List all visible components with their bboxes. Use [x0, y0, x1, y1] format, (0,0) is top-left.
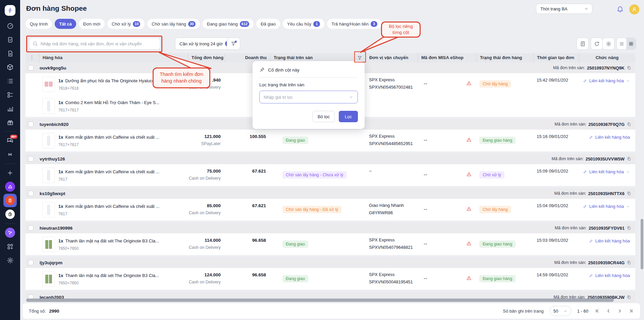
orders-icon[interactable] [3, 33, 17, 46]
row-checkbox[interactable] [28, 156, 34, 162]
warning-icon[interactable] [466, 81, 472, 86]
warning-icon[interactable] [466, 275, 472, 281]
last-page-button[interactable] [629, 308, 634, 314]
tab-cho-san-lay-hang[interactable]: Chờ sàn lấy hàng30 [147, 19, 200, 29]
col-don-vi-van-chuyen[interactable]: Đơn vị vận chuyển [366, 53, 418, 62]
channel-tiktok[interactable] [3, 208, 17, 221]
column-settings-button[interactable] [602, 38, 614, 50]
warning-icon[interactable] [466, 241, 472, 246]
export-report-button[interactable] [577, 38, 589, 50]
copy-icon[interactable] [627, 65, 631, 70]
app-logo-icon[interactable] [5, 5, 15, 16]
settings-gear-icon[interactable] [3, 254, 17, 267]
filter-value-select[interactable]: Nhập giá trị lọc [259, 91, 358, 103]
link-product-action[interactable]: Liên kết hàng hóa [583, 204, 630, 209]
tab-dang-giao-hang[interactable]: Đang giao hàng612 [203, 19, 254, 29]
view-toggle [616, 38, 636, 50]
tab-yeu-cau-huy[interactable]: Yêu cầu hủy1 [283, 19, 324, 29]
link-product-action[interactable]: Liên kết hàng hóa [589, 238, 630, 243]
link-icon [583, 204, 587, 209]
col-tong-don-hang[interactable]: Tổng đơn hàng [188, 53, 225, 62]
order-status-cell: Chờ xử lý [476, 164, 533, 186]
floor-status-cell: Đang giao [270, 233, 366, 255]
col-thoi-gian-tao-don[interactable]: Thời gian tạo đơn [533, 53, 579, 62]
user-avatar[interactable] [629, 4, 639, 14]
order-search [29, 38, 160, 50]
status-badge: Đang giao hàng [479, 275, 516, 282]
link-product-action[interactable]: Liên kết hàng hóa [583, 78, 630, 83]
notification-bell-icon[interactable] [616, 5, 624, 13]
store-select[interactable]: Thời trang BA [536, 4, 592, 14]
form-icon[interactable] [3, 88, 17, 101]
copy-icon[interactable] [627, 260, 631, 265]
column-filter-funnel-icon[interactable] [357, 55, 362, 60]
tab-don-moi[interactable]: Đơn mới [79, 19, 105, 29]
chat-icon[interactable]: 99+ [3, 134, 17, 147]
carrier-cell: SPX ExpressSPXVN054485652951 [366, 130, 418, 151]
link-product-action[interactable]: Liên kết hàng hóa [589, 273, 630, 278]
first-page-button[interactable] [594, 308, 600, 314]
apply-filter-button[interactable]: Lọc [339, 111, 358, 122]
per-page-select[interactable]: 50 [550, 306, 571, 316]
revenue-cell: 67.621 [225, 164, 270, 186]
row-checkbox[interactable] [28, 122, 34, 127]
horizontal-scrollbar[interactable] [26, 299, 614, 302]
tab-tat-ca[interactable]: Tất cả [55, 19, 76, 29]
row-checkbox[interactable] [28, 65, 34, 71]
tab-quy-trinh[interactable]: Quy trình [25, 19, 52, 29]
order-group-body: 1xThanh lăn mặt nạ đất sét The Originote… [25, 233, 635, 255]
refresh-button[interactable] [591, 38, 603, 50]
tab-da-giao[interactable]: Đã giao [256, 19, 280, 29]
warning-icon[interactable] [466, 206, 472, 212]
col-hang-hoa[interactable]: Hàng hóa [39, 53, 188, 62]
apps-icon[interactable] [3, 240, 17, 253]
add-channel-icon[interactable] [3, 166, 17, 180]
order-group-body: 1xKem mắt giảm thâm với Caffeine và chiế… [25, 199, 635, 221]
floor-status-badge: Đang giao [282, 240, 308, 248]
channel-avatar-hat[interactable] [3, 180, 17, 193]
pin-column-option[interactable]: Cố định cột này [259, 67, 358, 73]
chart-icon[interactable] [3, 102, 17, 115]
row-checkbox[interactable] [28, 225, 34, 231]
misa-code-cell: -- [418, 130, 476, 151]
row-checkbox[interactable] [28, 260, 34, 265]
product-sku: 7617+7617 [58, 108, 159, 112]
total-value: 2990 [49, 309, 59, 314]
col-ma-don-misa[interactable]: Mã đơn MISA eShop [418, 53, 476, 62]
vertical-scrollbar[interactable] [641, 219, 643, 269]
broadcast-icon[interactable] [3, 148, 17, 161]
clear-filter-button[interactable]: Bỏ lọc [313, 111, 335, 122]
order-status-cell: Chờ lấy hàng [476, 73, 533, 117]
warning-icon[interactable] [466, 137, 472, 142]
tracking-number: SPXVN050048195451 [369, 280, 418, 284]
tab-cho-xu-ly[interactable]: Chờ xử lý10 [107, 19, 145, 29]
prev-page-button[interactable] [606, 308, 611, 314]
order-code: Mã đơn trên sàn:25010935HNTTX6 [554, 191, 631, 196]
package-icon[interactable] [3, 60, 17, 74]
gift-icon[interactable] [3, 116, 17, 129]
warning-icon[interactable] [466, 172, 472, 177]
link-product-action[interactable]: Liên kết hàng hóa [589, 135, 630, 140]
copy-icon[interactable] [627, 122, 631, 127]
copy-icon[interactable] [627, 191, 631, 196]
copy-icon[interactable] [627, 295, 631, 300]
view-list-button[interactable] [617, 38, 626, 49]
share-network-icon[interactable] [3, 226, 17, 239]
next-page-button[interactable] [617, 308, 623, 314]
channel-shopee-active[interactable] [3, 194, 17, 207]
global-filter-button[interactable] [227, 38, 240, 50]
actions-cell: Liên kết hàng hóa [579, 199, 635, 221]
col-chuc-nang[interactable]: Chức năng [579, 53, 635, 62]
tab-tra-hang[interactable]: Trả hàng/Hoàn tiền3 [327, 19, 382, 29]
document-icon[interactable] [3, 47, 17, 60]
copy-icon[interactable] [627, 156, 631, 161]
list-icon[interactable] [3, 74, 17, 88]
search-input[interactable] [41, 41, 157, 46]
row-checkbox[interactable] [28, 191, 34, 196]
link-product-action[interactable]: Liên kết hàng hóa [583, 169, 630, 174]
col-trang-thai-don-hang[interactable]: Trạng thái đơn hàng [476, 53, 533, 62]
select-all-checkbox[interactable] [32, 55, 32, 60]
dashboard-icon[interactable] [3, 19, 17, 33]
view-grid-button[interactable] [626, 38, 636, 49]
copy-icon[interactable] [627, 226, 631, 230]
